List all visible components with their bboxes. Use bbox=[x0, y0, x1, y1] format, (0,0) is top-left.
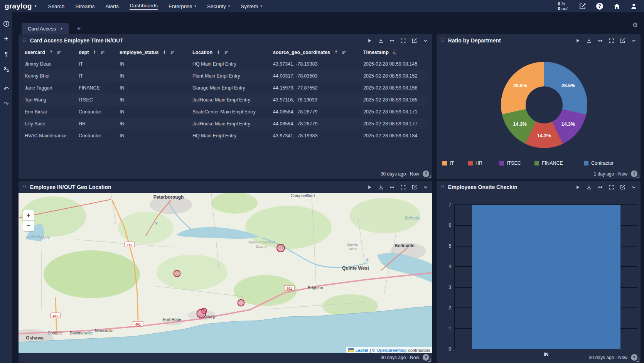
sort-icon[interactable] bbox=[170, 50, 175, 54]
redo-icon[interactable]: ↷ bbox=[0, 96, 12, 111]
pin-icon[interactable] bbox=[216, 50, 221, 54]
throughput-in-value: 0 bbox=[558, 2, 560, 6]
play-icon[interactable] bbox=[367, 185, 372, 190]
leaflet-map[interactable]: PeterboroughCampbellfordBellevilleQuinte… bbox=[19, 193, 432, 353]
download-icon[interactable] bbox=[587, 185, 592, 190]
edit-icon[interactable] bbox=[620, 185, 625, 190]
resize-horizontal-icon[interactable] bbox=[389, 185, 394, 190]
play-icon[interactable] bbox=[575, 185, 580, 190]
drag-handle-icon[interactable]: ⠿ bbox=[23, 38, 26, 43]
map-place-label: Belleville bbox=[405, 216, 420, 220]
column-header-source_geo_coordinates[interactable]: source_geo_coordinates bbox=[273, 50, 363, 55]
user-icon[interactable] bbox=[631, 3, 637, 10]
drag-handle-icon[interactable]: ⠿ bbox=[23, 184, 26, 190]
tab-label: Card Access bbox=[28, 26, 56, 32]
nav-item-streams[interactable]: Streams bbox=[70, 0, 100, 12]
resize-horizontal-icon[interactable] bbox=[389, 38, 394, 43]
home-icon[interactable] bbox=[614, 3, 620, 10]
column-header-employee_status[interactable]: employee_status bbox=[120, 50, 192, 55]
nav-item-dashboards[interactable]: Dashboards bbox=[124, 0, 163, 12]
map-place-label: Peterborough bbox=[153, 194, 184, 200]
nav-item-search[interactable]: Search bbox=[43, 0, 70, 12]
edit-icon[interactable] bbox=[579, 3, 586, 10]
map-canvas: PeterboroughCampbellfordBellevilleQuinte… bbox=[19, 193, 432, 353]
drag-handle-icon[interactable]: ⠿ bbox=[441, 38, 444, 43]
download-icon[interactable] bbox=[378, 185, 383, 190]
collapse-icon[interactable] bbox=[423, 185, 428, 190]
legend-label: ITSEC bbox=[507, 160, 521, 166]
download-icon[interactable] bbox=[378, 38, 383, 43]
focus-icon[interactable] bbox=[609, 185, 614, 190]
column-header-timestamp[interactable]: Timestamp bbox=[363, 50, 426, 55]
edit-icon[interactable] bbox=[412, 185, 417, 190]
drag-handle-icon[interactable]: ⠿ bbox=[441, 184, 444, 190]
focus-icon[interactable] bbox=[609, 38, 614, 43]
download-icon[interactable] bbox=[587, 38, 592, 43]
widget-header: ⠿ Employees Onsite Checkin bbox=[437, 181, 641, 193]
legend-itsec[interactable]: ITSEC bbox=[499, 160, 521, 166]
sort-active-icon[interactable] bbox=[393, 50, 397, 54]
leaflet-link[interactable]: Leaflet bbox=[356, 348, 368, 353]
pin-icon[interactable] bbox=[162, 50, 167, 54]
table-cell: 2025-02-28 08:59:08.145 bbox=[363, 61, 426, 67]
column-header-usercard[interactable]: usercard bbox=[25, 50, 79, 55]
sort-icon[interactable] bbox=[101, 50, 105, 54]
column-header-dept[interactable]: dept bbox=[79, 50, 120, 55]
focus-icon[interactable] bbox=[401, 38, 406, 43]
collapse-icon[interactable] bbox=[631, 38, 636, 43]
nav-item-system[interactable]: System▾ bbox=[235, 0, 268, 12]
pin-icon[interactable] bbox=[93, 50, 97, 54]
resize-horizontal-icon[interactable] bbox=[598, 185, 603, 190]
road-badge-115: 115 bbox=[125, 242, 135, 247]
sort-icon[interactable] bbox=[342, 50, 346, 54]
resize-handle[interactable] bbox=[428, 358, 431, 362]
graylog-logo[interactable]: graylog ▾ bbox=[5, 2, 37, 10]
pin-icon[interactable] bbox=[334, 50, 338, 54]
info-icon[interactable] bbox=[0, 16, 12, 31]
table-cell: Jane Taggart bbox=[25, 85, 79, 91]
formatting-icon[interactable]: ¶ bbox=[0, 46, 12, 61]
table-header-row: usercarddeptemployee_statusLocationsourc… bbox=[22, 47, 428, 58]
table-cell: HQ Main Empl Entry bbox=[192, 133, 273, 138]
column-label: employee_status bbox=[120, 50, 158, 55]
edit-icon[interactable] bbox=[620, 38, 625, 43]
help-icon[interactable]: ? bbox=[596, 3, 603, 10]
pin-icon[interactable] bbox=[49, 50, 53, 54]
legend-hr[interactable]: HR bbox=[468, 160, 482, 166]
widget-timerange: 30 days ago - Now ? bbox=[381, 354, 429, 361]
play-icon[interactable] bbox=[575, 38, 580, 43]
nav-item-alerts[interactable]: Alerts bbox=[100, 0, 125, 12]
nav-item-security[interactable]: Security▾ bbox=[202, 0, 235, 12]
tab-card-access[interactable]: Card Access ▾ bbox=[22, 23, 69, 34]
bar-in bbox=[472, 205, 620, 349]
add-tab-button[interactable]: + bbox=[77, 25, 81, 33]
column-header-location[interactable]: Location bbox=[192, 50, 273, 55]
resize-handle[interactable] bbox=[428, 175, 431, 178]
dashboard-settings-gear-icon[interactable]: ⚙ bbox=[632, 21, 638, 29]
variables-icon[interactable]: X2 bbox=[0, 61, 12, 76]
openstreetmap-link[interactable]: OpenStreetMap bbox=[377, 348, 407, 353]
collapse-icon[interactable] bbox=[423, 38, 428, 43]
legend-finance[interactable]: FINANCE bbox=[534, 160, 563, 166]
zoom-out-button[interactable]: − bbox=[23, 221, 34, 231]
legend-it[interactable]: IT bbox=[442, 160, 454, 166]
resize-handle[interactable] bbox=[636, 175, 639, 178]
table-cell: ScaleCenter Main Empl Entry bbox=[192, 109, 273, 115]
undo-icon[interactable]: ↶ bbox=[0, 81, 12, 96]
play-icon[interactable] bbox=[367, 38, 372, 43]
zoom-in-button[interactable]: + bbox=[23, 210, 34, 221]
table-cell: 2025-02-28 08:59:08.158 bbox=[363, 85, 426, 91]
legend-contractor[interactable]: Contractor bbox=[584, 160, 614, 166]
resize-horizontal-icon[interactable] bbox=[598, 38, 603, 43]
focus-icon[interactable] bbox=[401, 185, 406, 190]
sort-icon[interactable] bbox=[224, 50, 229, 54]
edit-icon[interactable] bbox=[412, 38, 417, 43]
resize-handle[interactable] bbox=[636, 358, 639, 362]
collapse-icon[interactable] bbox=[631, 185, 636, 190]
table-cell: FINANCE bbox=[79, 85, 120, 91]
sort-icon[interactable] bbox=[57, 50, 61, 54]
add-widget-icon[interactable]: + bbox=[0, 31, 12, 46]
nav-item-enterprise[interactable]: Enterprise▾ bbox=[163, 0, 202, 12]
legend-swatch bbox=[442, 161, 447, 165]
column-label: dept bbox=[79, 50, 89, 55]
